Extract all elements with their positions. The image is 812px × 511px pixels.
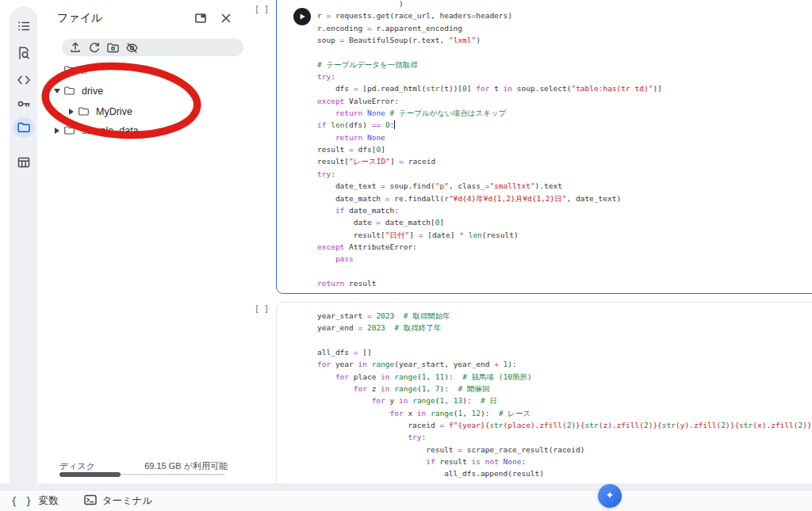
notebook-area: [ ] )r = requests.get(race_url, headers=… <box>251 0 812 485</box>
left-icon-rail <box>10 6 37 485</box>
tree-item-drive[interactable]: drive <box>51 81 103 101</box>
run-cell-button[interactable] <box>293 8 311 25</box>
footer-bar: { } 変数 ターミナル <box>0 490 812 511</box>
upload-icon[interactable] <box>68 41 82 55</box>
disk-available: 69.15 GB が利用可能 <box>144 460 228 472</box>
colab-window: ファイル ..driveMyDrivesample_data ディスク 69.1 <box>0 0 812 511</box>
braces-icon: { } <box>11 496 33 507</box>
folder-icon <box>78 105 91 118</box>
table-of-contents-icon[interactable] <box>13 16 35 36</box>
cell-2-code-editor[interactable]: year_start = 2023 # 取得開始年year_end = 2023… <box>317 310 812 485</box>
tree-caret-icon[interactable] <box>51 128 63 134</box>
code-snippets-icon[interactable] <box>13 70 35 90</box>
folder-icon <box>63 124 77 137</box>
sparkle-icon <box>603 490 616 502</box>
terminal-label: ターミナル <box>102 494 153 508</box>
gemini-assistant-button[interactable] <box>598 484 622 508</box>
folder-icon <box>63 63 77 77</box>
text-cursor <box>394 120 395 129</box>
tree-item-label: sample_data <box>82 125 139 136</box>
mount-drive-icon[interactable] <box>106 41 120 55</box>
secrets-key-icon[interactable] <box>13 93 35 114</box>
file-panel-title: ファイル <box>57 11 102 25</box>
files-icon[interactable] <box>13 117 35 138</box>
tree-caret-icon[interactable] <box>65 109 78 115</box>
hidden-files-icon[interactable] <box>125 41 139 55</box>
cell-1-exec-indicator[interactable]: [ ] <box>255 5 269 13</box>
cell-1-code-editor[interactable]: )r = requests.get(race_url, headers=head… <box>317 0 662 289</box>
tree-item-label: .. <box>82 65 87 76</box>
disk-progress-fill <box>59 472 121 477</box>
refresh-icon[interactable] <box>87 41 101 55</box>
terminal-button[interactable]: ターミナル <box>84 494 153 508</box>
disk-label: ディスク <box>59 460 95 472</box>
folder-icon <box>63 84 77 97</box>
file-browser-panel: ファイル ..driveMyDrivesample_data ディスク 69.1 <box>37 0 251 485</box>
tree-item-[interactable]: .. <box>51 60 87 80</box>
tree-item-label: drive <box>82 86 103 97</box>
terminal-icon <box>84 494 97 508</box>
find-and-replace-icon[interactable] <box>13 43 35 63</box>
open-in-new-pane-icon[interactable] <box>193 11 208 25</box>
tree-caret-icon[interactable] <box>51 89 63 93</box>
tree-item-MyDrive[interactable]: MyDrive <box>65 101 132 121</box>
tree-item-label: MyDrive <box>96 106 132 117</box>
close-icon[interactable] <box>219 11 233 25</box>
file-toolbar <box>62 39 243 56</box>
data-table-icon[interactable] <box>13 152 35 173</box>
cell-2-exec-indicator[interactable]: [ ] <box>255 304 269 313</box>
variables-button[interactable]: { } 変数 <box>11 494 59 508</box>
tree-item-sampledata[interactable]: sample_data <box>51 120 139 140</box>
variables-label: 変数 <box>39 494 59 508</box>
